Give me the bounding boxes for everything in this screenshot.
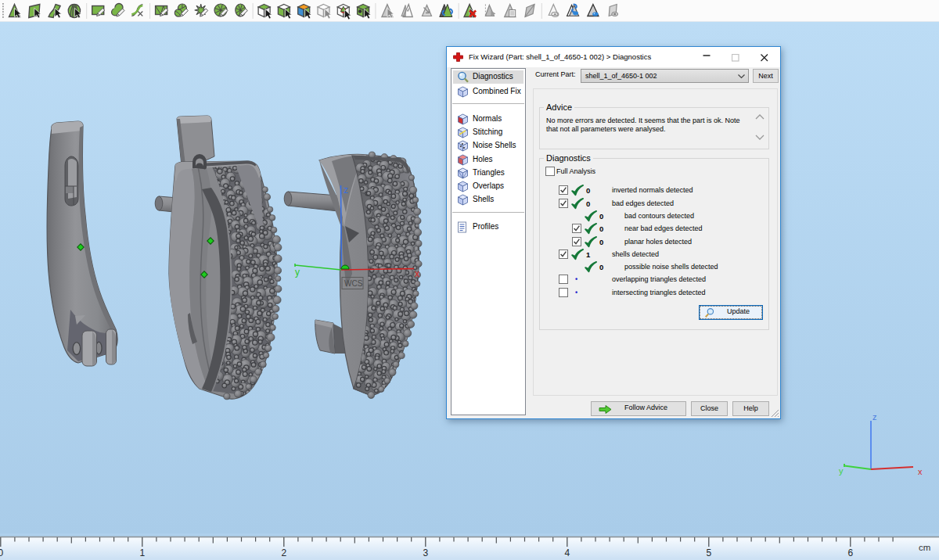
svg-text:4: 4 — [564, 547, 570, 558]
svg-text:2: 2 — [281, 547, 286, 558]
svg-text:z: z — [872, 412, 877, 422]
svg-text:x: x — [918, 467, 923, 476]
svg-text:x: x — [415, 268, 419, 279]
svg-text:3: 3 — [423, 547, 428, 558]
svg-text:y: y — [295, 267, 300, 278]
svg-text:0: 0 — [0, 547, 3, 558]
svg-text:y: y — [839, 466, 844, 476]
svg-text:5: 5 — [706, 547, 711, 558]
svg-text:WCS: WCS — [344, 279, 363, 288]
svg-text:6: 6 — [847, 547, 853, 558]
svg-text:z: z — [344, 185, 348, 196]
svg-text:cm: cm — [919, 543, 930, 552]
svg-text:1: 1 — [139, 547, 145, 558]
